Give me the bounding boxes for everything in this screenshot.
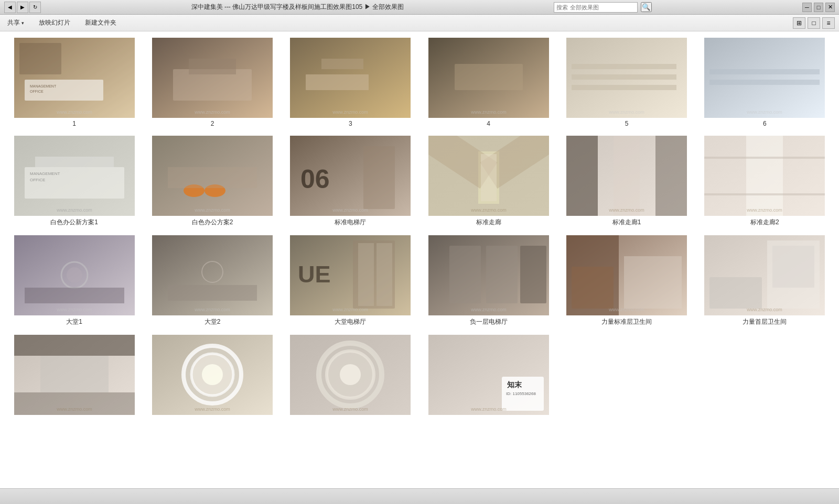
maximize-button[interactable]: □ bbox=[814, 3, 823, 12]
svg-text:www.znzmo.com: www.znzmo.com bbox=[194, 307, 230, 312]
svg-rect-55 bbox=[704, 157, 825, 159]
grid-item[interactable]: MANAGEMENT OFFICE www.znzmo.com 1 bbox=[8, 38, 140, 127]
grid-item[interactable]: www.znzmo.com 2 bbox=[146, 38, 278, 127]
minimize-button[interactable]: ─ bbox=[802, 3, 812, 12]
thumbnail[interactable]: www.znzmo.com bbox=[428, 235, 549, 315]
grid-item[interactable]: www.znzmo.com 5 bbox=[561, 38, 692, 127]
grid-item[interactable]: www.znzmo.com 白色办公方案2 bbox=[146, 136, 278, 227]
grid-item[interactable]: www.znzmo.com 力量首层卫生间 bbox=[699, 235, 831, 326]
nav-forward-button[interactable]: ▶ bbox=[17, 2, 28, 13]
grid-item[interactable]: UE www.znzmo.com 大堂电梯厅 bbox=[285, 235, 416, 326]
content-area: MANAGEMENT OFFICE www.znzmo.com 1 www.zn… bbox=[0, 31, 839, 488]
svg-rect-13 bbox=[321, 59, 363, 69]
image-label: 负一层电梯厅 bbox=[470, 317, 508, 326]
thumbnail[interactable]: www.znzmo.com bbox=[290, 38, 411, 118]
thumbnail[interactable]: www.znzmo.com bbox=[290, 335, 411, 415]
svg-text:www.znzmo.com: www.znzmo.com bbox=[470, 207, 507, 213]
close-button[interactable]: ✕ bbox=[825, 3, 835, 12]
grid-item[interactable]: www.znzmo.com bbox=[8, 335, 140, 417]
svg-rect-46 bbox=[481, 154, 497, 201]
svg-rect-81 bbox=[624, 256, 682, 309]
svg-rect-50 bbox=[655, 136, 687, 216]
svg-rect-23 bbox=[704, 38, 825, 118]
thumbnail[interactable]: www.znzmo.com bbox=[152, 335, 273, 415]
image-label: 标准走廊1 bbox=[612, 218, 641, 227]
thumbnail[interactable]: www.znzmo.com bbox=[428, 136, 549, 216]
grid-item[interactable]: www.znzmo.com bbox=[285, 335, 416, 417]
thumbnail[interactable]: www.znzmo.com bbox=[428, 38, 549, 118]
grid-item[interactable]: www.znzmo.com 标准走廊1 bbox=[561, 136, 692, 227]
image-label: 标准走廊2 bbox=[750, 218, 779, 227]
window-controls[interactable]: ─ □ ✕ bbox=[802, 3, 835, 12]
grid-item[interactable]: 06 www.znzmo.com 标准电梯厅 bbox=[285, 136, 416, 227]
svg-text:www.znzmo.com: www.znzmo.com bbox=[56, 407, 92, 412]
image-label: 大堂电梯厅 bbox=[335, 317, 366, 326]
thumbnail[interactable]: www.znzmo.com bbox=[566, 235, 687, 315]
view-size-button[interactable]: □ bbox=[808, 17, 820, 29]
thumbnail[interactable]: www.znzmo.com bbox=[704, 136, 825, 216]
thumbnail[interactable]: MANAGEMENT OFFICE www.znzmo.com bbox=[14, 136, 135, 216]
thumbnail[interactable]: 06 www.znzmo.com bbox=[290, 136, 411, 216]
grid-item[interactable]: www.znzmo.com bbox=[146, 335, 278, 417]
thumbnail[interactable]: www.znzmo.com bbox=[704, 235, 825, 315]
grid-item[interactable]: www.znzmo.com 负一层电梯厅 bbox=[423, 235, 554, 326]
grid-item[interactable]: www.znzmo.com 大堂1 bbox=[8, 235, 140, 326]
grid-item[interactable]: MANAGEMENT OFFICE www.znzmo.com 白色办公新方案1 bbox=[8, 136, 140, 227]
image-label: 标准走廊 bbox=[476, 218, 501, 227]
nav-back-button[interactable]: ◀ bbox=[4, 2, 16, 13]
grid-item[interactable]: www.znzmo.com 4 bbox=[423, 38, 554, 127]
thumbnail[interactable]: www.znzmo.com bbox=[566, 136, 687, 216]
svg-text:www.znzmo.com: www.znzmo.com bbox=[56, 307, 92, 312]
svg-text:www.znzmo.com: www.znzmo.com bbox=[332, 207, 369, 213]
slideshow-button[interactable]: 放映幻灯片 bbox=[36, 17, 73, 29]
search-button[interactable]: 🔍 bbox=[641, 2, 652, 12]
thumbnail[interactable]: 知末 ID: 1105536268 www.znzmo.com bbox=[428, 335, 549, 415]
grid-item[interactable]: 知末 ID: 1105536268 www.znzmo.com bbox=[423, 335, 554, 417]
thumbnail[interactable]: www.znzmo.com bbox=[704, 38, 825, 118]
svg-text:www.znzmo.com: www.znzmo.com bbox=[608, 109, 644, 115]
thumbnail[interactable]: www.znzmo.com bbox=[152, 38, 273, 118]
grid-item[interactable]: www.znzmo.com 6 bbox=[699, 38, 831, 127]
new-folder-button[interactable]: 新建文件夹 bbox=[82, 17, 120, 29]
svg-rect-86 bbox=[709, 277, 762, 309]
thumbnail[interactable]: www.znzmo.com bbox=[152, 235, 273, 315]
svg-rect-91 bbox=[40, 356, 109, 392]
svg-rect-65 bbox=[168, 285, 257, 301]
image-grid: MANAGEMENT OFFICE www.znzmo.com 1 www.zn… bbox=[8, 38, 831, 417]
svg-rect-76 bbox=[520, 246, 546, 303]
image-label: 2 bbox=[211, 120, 214, 127]
thumbnail[interactable]: www.znzmo.com bbox=[566, 38, 687, 118]
thumbnail[interactable]: www.znzmo.com bbox=[152, 136, 273, 216]
svg-rect-49 bbox=[566, 136, 598, 216]
view-toggle-button[interactable]: ⊞ bbox=[793, 17, 805, 29]
thumbnail[interactable]: UE www.znzmo.com bbox=[290, 235, 411, 315]
svg-rect-16 bbox=[455, 64, 523, 90]
thumbnail[interactable]: www.znzmo.com bbox=[14, 335, 135, 415]
grid-item[interactable]: www.znzmo.com 标准走廊2 bbox=[699, 136, 831, 227]
refresh-button[interactable]: ↻ bbox=[29, 2, 41, 13]
svg-rect-71 bbox=[377, 243, 392, 306]
title-bar: ◀ ▶ ↻ 深中建集美 --- 佛山万达甲级写字楼及样板间施工图效果图105 ▶… bbox=[0, 0, 839, 15]
view-list-button[interactable]: ≡ bbox=[822, 17, 835, 29]
svg-rect-36 bbox=[168, 167, 257, 188]
thumbnail[interactable]: MANAGEMENT OFFICE www.znzmo.com bbox=[14, 38, 135, 118]
svg-rect-19 bbox=[572, 85, 676, 90]
svg-rect-54 bbox=[746, 136, 783, 216]
svg-rect-70 bbox=[358, 243, 374, 306]
svg-text:www.znzmo.com: www.znzmo.com bbox=[332, 407, 369, 412]
svg-text:www.znzmo.com: www.znzmo.com bbox=[608, 207, 644, 213]
search-input[interactable] bbox=[554, 2, 638, 13]
svg-text:www.znzmo.com: www.znzmo.com bbox=[194, 407, 230, 412]
share-button[interactable]: 共享 ▾ bbox=[4, 17, 27, 29]
image-label: 标准电梯厅 bbox=[335, 218, 366, 227]
grid-item[interactable]: www.znzmo.com 大堂2 bbox=[146, 235, 278, 326]
nav-arrows[interactable]: ◀ ▶ ↻ bbox=[4, 2, 41, 13]
thumbnail[interactable]: www.znzmo.com bbox=[14, 235, 135, 315]
svg-rect-80 bbox=[572, 267, 614, 309]
grid-item[interactable]: www.znzmo.com 标准走廊 bbox=[423, 136, 554, 227]
grid-item[interactable]: www.znzmo.com 3 bbox=[285, 38, 416, 127]
svg-rect-89 bbox=[14, 335, 135, 356]
grid-item[interactable]: www.znzmo.com 力量标准层卫生间 bbox=[561, 235, 692, 326]
svg-rect-20 bbox=[572, 74, 676, 80]
svg-text:www.znzmo.com: www.znzmo.com bbox=[332, 307, 369, 312]
